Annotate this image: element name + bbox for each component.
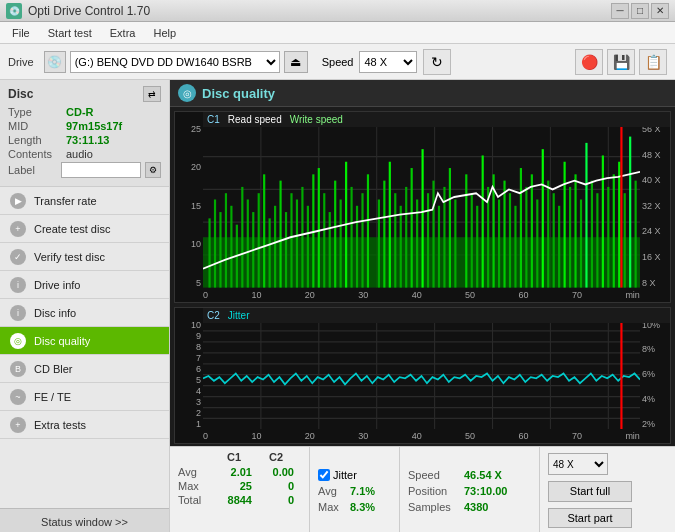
title-bar: 💿 Opti Drive Control 1.70 ─ □ ✕ [0,0,675,22]
menu-extra[interactable]: Extra [102,25,144,41]
svg-rect-39 [356,206,358,288]
nav-transfer-rate[interactable]: ▶ Transfer rate [0,187,169,215]
legend-read-speed: Read speed [228,114,282,125]
svg-rect-81 [596,193,598,287]
disc-mid-label: MID [8,120,66,132]
svg-rect-43 [383,181,385,288]
svg-rect-82 [602,155,604,287]
stats-avg-c2: 0.00 [258,466,294,478]
svg-rect-42 [378,199,380,287]
x-bot-0: 0 [203,431,208,441]
info-button[interactable]: 💾 [607,49,635,75]
nav-create-test-disc-label: Create test disc [34,223,110,235]
drive-icon: 💿 [44,51,66,73]
speed-select-action[interactable]: 48 X [548,453,608,475]
position-val: 73:10.00 [464,485,507,497]
svg-rect-88 [635,181,637,288]
nav-create-test-disc[interactable]: + Create test disc [0,215,169,243]
y-top-5: 5 [177,278,201,288]
start-part-button[interactable]: Start part [548,508,632,529]
svg-rect-40 [361,193,363,287]
menu-help[interactable]: Help [145,25,184,41]
nav-extra-tests[interactable]: + Extra tests [0,411,169,439]
maximize-button[interactable]: □ [631,3,649,19]
jitter-checkbox-row: Jitter [318,469,391,481]
svg-rect-64 [503,181,505,288]
svg-rect-51 [427,193,429,287]
y-top-15: 15 [177,201,201,211]
refresh-button[interactable]: ↻ [423,49,451,75]
nav-extra-tests-label: Extra tests [34,419,86,431]
jitter-avg-label: Avg [318,485,346,497]
bottom-chart-plot [203,320,640,429]
main-area: Disc ⇄ Type CD-R MID 97m15s17f Length 73… [0,80,675,532]
svg-rect-58 [471,193,473,287]
y-top-r-24: 24 X [642,226,668,236]
settings-button[interactable]: 🔴 [575,49,603,75]
svg-rect-25 [279,181,281,288]
svg-rect-69 [531,174,533,287]
nav-verify-test-disc[interactable]: ✓ Verify test disc [0,243,169,271]
stats-avg-label: Avg [178,466,210,478]
stats-total-c1: 8844 [216,494,252,506]
speed-select[interactable]: 48 X [359,51,417,73]
svg-rect-53 [438,206,440,288]
nav-disc-quality[interactable]: ◎ Disc quality [0,327,169,355]
svg-rect-63 [498,199,500,287]
svg-rect-50 [422,149,424,287]
y-top-r-16: 16 X [642,252,668,262]
nav-disc-info-icon: i [10,305,26,321]
svg-rect-70 [536,199,538,287]
drive-selector-wrap: 💿 (G:) BENQ DVD DD DW1640 BSRB ⏏ [44,51,308,73]
disc-label-input[interactable] [61,162,141,178]
save-button[interactable]: 📋 [639,49,667,75]
eject-button[interactable]: ⏏ [284,51,308,73]
status-window-button[interactable]: Status window >> [0,508,169,532]
disc-quality-icon: ◎ [178,84,196,102]
nav-drive-info[interactable]: i Drive info [0,271,169,299]
menu-file[interactable]: File [4,25,38,41]
y-top-r-8: 8 X [642,278,668,288]
svg-rect-65 [509,193,511,287]
svg-rect-77 [574,174,576,287]
nav-disc-quality-label: Disc quality [34,335,90,347]
nav-cd-bler[interactable]: B CD Bler [0,355,169,383]
drive-select[interactable]: (G:) BENQ DVD DD DW1640 BSRB [70,51,280,73]
close-button[interactable]: ✕ [651,3,669,19]
menu-start-test[interactable]: Start test [40,25,100,41]
disc-type-label: Type [8,106,66,118]
nav-transfer-rate-label: Transfer rate [34,195,97,207]
svg-rect-34 [329,212,331,287]
x-top-20: 20 [305,290,315,300]
disc-swap-button[interactable]: ⇄ [143,86,161,102]
svg-rect-13 [214,199,216,287]
svg-rect-68 [525,187,527,288]
svg-rect-79 [585,143,587,288]
y-top-r-32: 32 X [642,201,668,211]
jitter-checkbox[interactable] [318,469,330,481]
content-title: Disc quality [202,86,275,101]
disc-label-label: Label [8,164,57,176]
legend-write-speed: Write speed [290,114,343,125]
svg-rect-16 [230,206,232,288]
svg-rect-15 [225,193,227,287]
y-top-25: 25 [177,124,201,134]
x-bot-40: 40 [412,431,422,441]
svg-rect-85 [618,162,620,288]
svg-rect-12 [208,218,210,287]
svg-rect-59 [476,206,478,288]
start-full-button[interactable]: Start full [548,481,632,502]
svg-rect-36 [340,199,342,287]
nav-items: ▶ Transfer rate + Create test disc ✓ Ver… [0,187,169,508]
minimize-button[interactable]: ─ [611,3,629,19]
label-settings-button[interactable]: ⚙ [145,162,161,178]
disc-length-value: 73:11.13 [66,134,109,146]
x-top-40: 40 [412,290,422,300]
svg-rect-24 [274,206,276,288]
svg-rect-52 [432,181,434,288]
svg-rect-74 [558,206,560,288]
nav-disc-info[interactable]: i Disc info [0,299,169,327]
y-bot-8: 8 [177,342,201,352]
nav-fe-te[interactable]: ~ FE / TE [0,383,169,411]
disc-mid-value: 97m15s17f [66,120,122,132]
